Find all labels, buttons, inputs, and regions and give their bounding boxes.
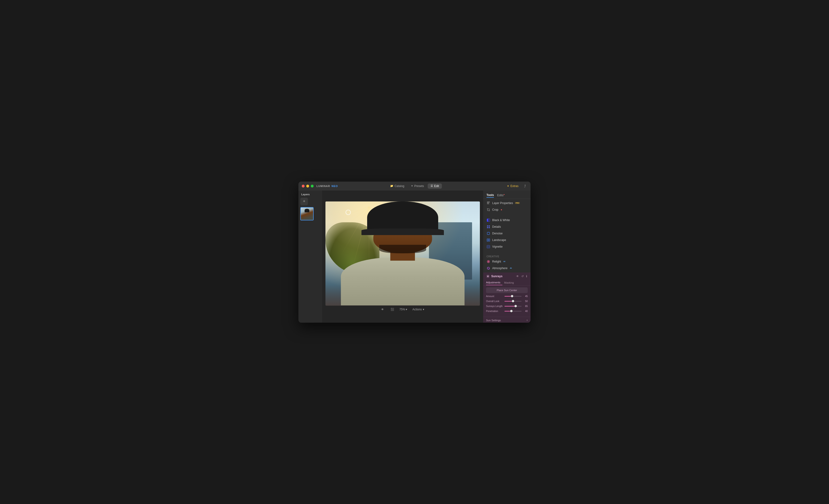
svg-line-23: [489, 275, 489, 276]
tools-label: Tools: [486, 193, 494, 197]
amount-label: Amount: [486, 295, 503, 298]
atmosphere-icon: [486, 266, 490, 270]
app-window: LUMINAR NEO 📁 Catalog ✦ Presets ☰ Edit ✦…: [298, 182, 531, 323]
close-button[interactable]: [302, 185, 304, 188]
tool-item-atmosphere[interactable]: Atmosphere AI: [483, 265, 531, 272]
edits-tab[interactable]: Edits●: [497, 193, 505, 198]
maximize-button[interactable]: [311, 185, 314, 188]
edits-label: Edits: [497, 194, 504, 197]
zoom-chevron: ▾: [406, 308, 407, 311]
layer-thumb-image: [301, 207, 313, 220]
place-sun-center-button[interactable]: Place Sun Center: [486, 287, 528, 293]
person-beanie: [367, 201, 438, 235]
sun-center-marker[interactable]: [346, 210, 351, 215]
sunrays-title: Sunrays: [491, 275, 514, 278]
catalog-tab[interactable]: 📁 Catalog: [387, 184, 407, 189]
share-button[interactable]: ⤴: [523, 183, 527, 189]
svg-rect-5: [487, 225, 488, 227]
nav-tabs: 📁 Catalog ✦ Presets ☰ Edit: [387, 184, 442, 189]
edit-label: Edit: [434, 184, 439, 188]
tool-item-landscape[interactable]: Landscape: [483, 237, 531, 243]
svg-line-21: [487, 275, 488, 276]
masking-tab[interactable]: Masking: [504, 280, 516, 285]
layers-title: Layers: [300, 193, 320, 196]
sunrays-visibility-toggle[interactable]: 👁: [516, 274, 519, 278]
minimize-button[interactable]: [306, 185, 309, 188]
svg-rect-8: [489, 227, 490, 228]
edit-tab[interactable]: ☰ Edit: [428, 184, 442, 189]
overall-look-thumb[interactable]: [512, 300, 514, 302]
sliders-section: Place Sun Center Amount 45 Overall Look: [483, 285, 531, 317]
sunrays-header: Sunrays 👁 ↺ ℹ: [483, 272, 531, 280]
tool-item-relight[interactable]: Relight AI: [483, 258, 531, 265]
adjustments-tab[interactable]: Adjustments: [486, 280, 502, 285]
layer-thumbnail[interactable]: [300, 207, 314, 221]
sunrays-actions: 👁 ↺ ℹ: [516, 274, 528, 278]
tool-item-details[interactable]: Details: [483, 224, 531, 230]
tools-tab[interactable]: Tools: [486, 193, 494, 198]
sunrays-length-thumb[interactable]: [514, 305, 517, 307]
landscape-icon: [486, 238, 490, 242]
extras-button[interactable]: ✦ Extras: [505, 184, 521, 189]
image-container: [325, 201, 480, 306]
penetration-value: 40: [523, 310, 528, 312]
photo-background: [325, 201, 480, 306]
layers-sidebar: Layers +: [298, 191, 322, 323]
sunrays-length-label: Sunrays Length: [486, 305, 503, 308]
tools-section: Layer Properties PRO Crop ●: [483, 199, 531, 214]
svg-line-22: [489, 277, 489, 277]
add-layer-button[interactable]: +: [300, 198, 308, 205]
person-body: [341, 258, 465, 305]
amount-slider[interactable]: [505, 296, 521, 297]
details-icon: [486, 225, 490, 229]
black-white-name: Black & White: [492, 219, 510, 222]
sun-settings-chevron: ▾: [527, 319, 528, 321]
compare-icon: ⬛: [391, 308, 394, 311]
sun-settings-collapse[interactable]: Sun Settings ▾: [483, 317, 531, 323]
crop-indicator: ●: [501, 208, 502, 211]
tool-item-layer-properties[interactable]: Layer Properties PRO: [483, 200, 531, 206]
main-tools: Black & White Details Denoise: [483, 216, 531, 251]
right-panel: Tools Edits● Layer Properties PRO: [483, 191, 531, 323]
tool-item-black-white[interactable]: Black & White: [483, 217, 531, 224]
svg-rect-6: [489, 225, 490, 227]
overall-look-slider[interactable]: [505, 301, 521, 302]
tool-item-denoise[interactable]: Denoise: [483, 230, 531, 237]
app-name: LUMINAR: [317, 185, 330, 188]
main-content: Layers +: [298, 191, 531, 323]
relight-icon: [486, 260, 490, 264]
panel-header: Tools Edits●: [483, 191, 531, 199]
sun-settings-label: Sun Settings: [486, 319, 501, 322]
layer-properties-badge: PRO: [515, 202, 520, 204]
traffic-lights: [302, 185, 314, 188]
svg-line-24: [487, 277, 488, 277]
masking-label: Masking: [504, 281, 514, 284]
denoise-name: Denoise: [492, 232, 503, 235]
presets-label: Presets: [414, 184, 424, 188]
presets-icon: ✦: [411, 184, 413, 188]
amount-value: 45: [523, 295, 528, 298]
amount-thumb[interactable]: [511, 295, 513, 297]
compare-button[interactable]: ⬛: [389, 307, 396, 312]
actions-button[interactable]: Actions ▾: [411, 307, 425, 312]
presets-tab[interactable]: ✦ Presets: [408, 184, 427, 189]
tool-item-vignette[interactable]: Vignette: [483, 243, 531, 250]
svg-rect-1: [487, 203, 489, 203]
sunrays-length-slider[interactable]: [505, 306, 521, 307]
sunrays-icon: [486, 274, 490, 278]
extras-icon: ✦: [507, 184, 509, 188]
catalog-label: Catalog: [395, 184, 404, 188]
title-bar-right: ✦ Extras ⤴: [505, 183, 527, 189]
relight-ai-badge: AI: [503, 260, 505, 263]
sunrays-info-button[interactable]: ℹ: [526, 274, 528, 278]
overall-look-value: 50: [523, 300, 528, 303]
penetration-slider[interactable]: [505, 311, 521, 312]
svg-rect-11: [488, 239, 489, 241]
penetration-thumb[interactable]: [510, 310, 512, 312]
sunrays-reset-button[interactable]: ↺: [521, 274, 524, 278]
zoom-control[interactable]: 75% ▾: [399, 308, 407, 311]
zoom-value: 75%: [399, 308, 405, 311]
svg-point-13: [488, 246, 489, 247]
visibility-toggle[interactable]: 👁: [380, 307, 385, 312]
tool-item-crop[interactable]: Crop ●: [483, 206, 531, 213]
